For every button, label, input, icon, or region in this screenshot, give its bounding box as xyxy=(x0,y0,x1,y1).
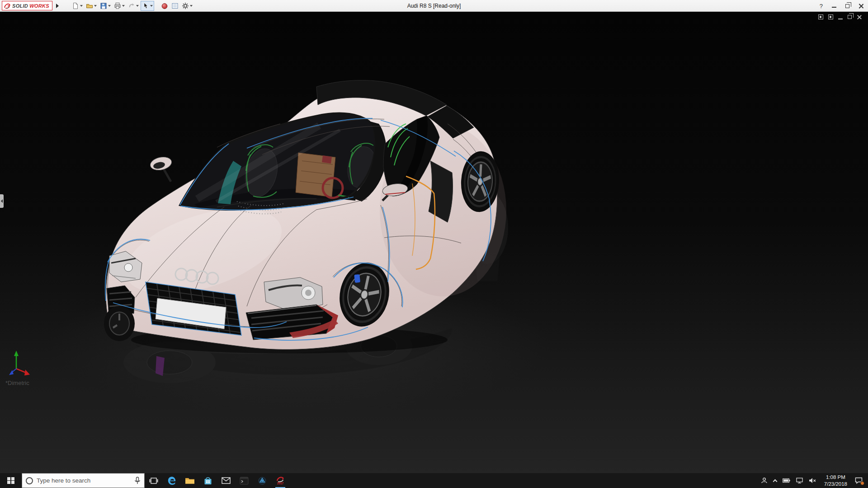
task-view-icon xyxy=(149,477,158,484)
quick-toolbar xyxy=(71,1,194,11)
taskbar-clock[interactable]: 1:08 PM 7/23/2018 xyxy=(822,474,849,488)
titlebar: SOLIDWORKS xyxy=(0,0,868,12)
edrawings-app-button[interactable] xyxy=(253,473,271,488)
dropdown-caret-icon[interactable] xyxy=(94,5,97,7)
solidworks-app-button[interactable]: 2017 xyxy=(271,473,289,488)
gear-icon xyxy=(182,2,189,9)
windows-logo-icon xyxy=(7,477,14,484)
doc-restore-icon[interactable] xyxy=(848,15,852,19)
solidworks-year-label: 2017 xyxy=(277,482,283,485)
dropdown-caret-icon[interactable] xyxy=(108,5,111,7)
hidden-icons-chevron-icon[interactable] xyxy=(773,479,777,483)
appearance-ball-icon xyxy=(161,2,168,9)
help-button[interactable]: ? xyxy=(820,3,823,9)
solidworks-app-icon xyxy=(276,476,284,482)
menu-flyout-arrow-icon[interactable] xyxy=(56,4,59,8)
minimize-button[interactable] xyxy=(832,7,836,8)
undo-arrow-icon xyxy=(128,2,135,9)
save-button[interactable] xyxy=(99,1,112,11)
open-document-button[interactable] xyxy=(85,1,98,11)
dropdown-caret-icon[interactable] xyxy=(150,5,153,7)
windows-taskbar: 2017 1:08 PM 7/23/2018 xyxy=(0,473,868,488)
mail-button[interactable] xyxy=(217,473,235,488)
brake-caliper-blue xyxy=(354,274,360,283)
volume-muted-icon[interactable] xyxy=(809,478,816,483)
network-icon[interactable] xyxy=(796,478,803,483)
window-controls: ? xyxy=(820,0,863,12)
terminal-app-icon xyxy=(240,476,249,485)
clock-date: 7/23/2018 xyxy=(824,481,847,488)
document-title: Audi R8 S [Read-only] xyxy=(407,3,461,9)
doc-close-icon[interactable] xyxy=(857,14,862,19)
doc-minimize-icon[interactable] xyxy=(838,19,843,19)
pane-icon[interactable] xyxy=(818,14,823,19)
edge-button[interactable] xyxy=(163,473,181,488)
dassault-swirl-icon xyxy=(4,2,11,9)
brand-text-works: WORKS xyxy=(29,3,49,9)
pane-icon[interactable] xyxy=(828,14,833,19)
featuremanager-collapse-tab[interactable] xyxy=(0,194,4,208)
dropdown-caret-icon[interactable] xyxy=(136,5,139,7)
dropdown-caret-icon[interactable] xyxy=(80,5,83,7)
dropdown-caret-icon[interactable] xyxy=(122,5,125,7)
save-floppy-icon xyxy=(100,2,107,9)
edrawings-app-icon xyxy=(258,476,267,485)
close-button[interactable] xyxy=(859,4,863,9)
dropdown-caret-icon[interactable] xyxy=(190,5,193,7)
edit-appearance-button[interactable] xyxy=(160,1,170,11)
task-pane-button[interactable] xyxy=(170,1,180,11)
graphics-area[interactable]: *Dimetric xyxy=(0,12,868,473)
open-folder-icon xyxy=(86,2,93,9)
start-button[interactable] xyxy=(0,473,22,488)
search-input[interactable] xyxy=(37,477,131,484)
new-document-icon xyxy=(72,2,79,9)
document-window-controls xyxy=(818,14,862,19)
brand-text-solid: SOLID xyxy=(12,3,28,9)
action-center-button[interactable] xyxy=(855,477,863,484)
print-button[interactable] xyxy=(113,1,126,11)
new-document-button[interactable] xyxy=(71,1,84,11)
view-orientation-label: *Dimetric xyxy=(5,380,29,386)
terminal-app-button[interactable] xyxy=(235,473,253,488)
clock-time: 1:08 PM xyxy=(824,474,847,481)
solidworks-logo: SOLIDWORKS xyxy=(2,1,52,10)
task-view-button[interactable] xyxy=(145,473,163,488)
model-render-audi-r8[interactable]: *Dimetric xyxy=(0,12,868,473)
edge-icon xyxy=(167,476,177,486)
folder-icon xyxy=(185,477,195,485)
select-tool-button[interactable] xyxy=(141,1,154,11)
microphone-icon[interactable] xyxy=(134,477,141,485)
restore-button[interactable] xyxy=(845,4,849,8)
cortana-icon xyxy=(26,477,33,484)
wheel-front-left xyxy=(104,306,135,341)
system-tray: 1:08 PM 7/23/2018 xyxy=(761,473,868,488)
store-bag-icon xyxy=(203,476,212,485)
notification-badge xyxy=(860,481,864,485)
taskbar-search[interactable] xyxy=(22,473,145,488)
people-icon[interactable] xyxy=(761,477,768,484)
select-cursor-icon xyxy=(142,2,149,9)
print-icon xyxy=(114,2,121,9)
options-button[interactable] xyxy=(180,1,194,11)
store-button[interactable] xyxy=(199,473,217,488)
task-pane-icon xyxy=(171,2,179,9)
undo-button[interactable] xyxy=(127,1,140,11)
mail-envelope-icon xyxy=(222,477,231,484)
file-explorer-button[interactable] xyxy=(181,473,199,488)
battery-icon[interactable] xyxy=(783,478,790,483)
